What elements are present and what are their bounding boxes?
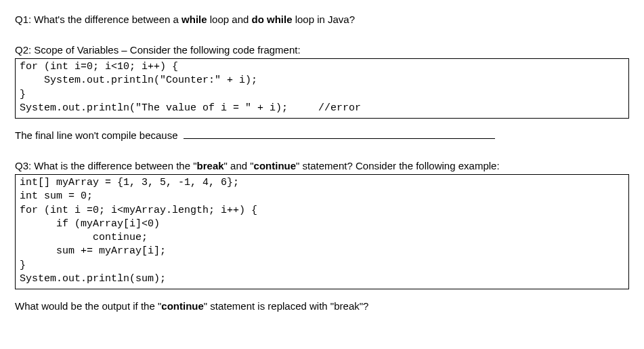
q3-bold-continue: continue bbox=[254, 160, 297, 171]
question-3: Q3: What is the difference between the "… bbox=[15, 159, 629, 313]
q3-code-box: int[] myArray = {1, 3, 5, -1, 4, 6}; int… bbox=[15, 174, 629, 289]
q3-post1: " statement? Consider the following exam… bbox=[296, 160, 499, 171]
fill-in-blank[interactable] bbox=[184, 138, 495, 139]
q1-mid: loop and bbox=[207, 14, 252, 25]
question-1: Q1: What's the difference between a whil… bbox=[15, 12, 629, 26]
q2-followup: The final line won't compile because bbox=[15, 128, 629, 142]
q2-code-box: for (int i=0; i<10; i++) { System.out.pr… bbox=[15, 58, 629, 119]
q3-followup-bold: continue bbox=[161, 300, 204, 312]
q3-followup-post: " statement is replaced with "break"? bbox=[204, 300, 369, 312]
q3-heading: Q3: What is the difference between the "… bbox=[15, 159, 629, 173]
q1-bold-dowhile: do while bbox=[251, 14, 292, 25]
q1-prefix: Q1: What's the difference between a bbox=[15, 14, 181, 25]
q3-mid1: " and " bbox=[224, 160, 254, 171]
q3-pre1: Q3: What is the difference between the " bbox=[15, 160, 197, 171]
q3-followup: What would be the output if the "continu… bbox=[15, 299, 629, 313]
q1-bold-while: while bbox=[181, 14, 207, 25]
q2-followup-text: The final line won't compile because bbox=[15, 129, 181, 141]
q3-followup-pre: What would be the output if the " bbox=[15, 300, 161, 312]
q1-suffix: loop in Java? bbox=[292, 14, 355, 25]
q3-bold-break: break bbox=[197, 160, 224, 171]
question-2: Q2: Scope of Variables – Consider the fo… bbox=[15, 43, 629, 142]
q1-text: Q1: What's the difference between a whil… bbox=[15, 12, 629, 26]
q2-heading: Q2: Scope of Variables – Consider the fo… bbox=[15, 43, 629, 57]
